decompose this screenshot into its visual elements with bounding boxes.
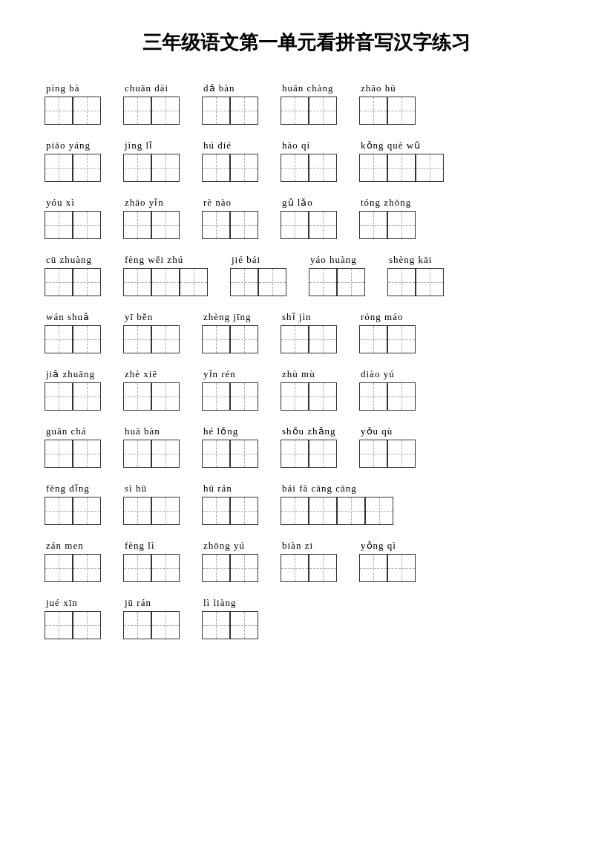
char-box[interactable] — [45, 440, 73, 468]
char-box[interactable] — [281, 382, 309, 411]
char-box[interactable] — [365, 497, 393, 525]
char-box[interactable] — [230, 382, 258, 411]
char-box[interactable] — [309, 211, 337, 239]
char-box[interactable] — [123, 382, 151, 411]
char-box[interactable] — [202, 440, 230, 468]
char-box[interactable] — [45, 382, 73, 411]
char-box[interactable] — [359, 325, 387, 353]
char-box[interactable] — [359, 154, 387, 182]
char-box[interactable] — [123, 611, 151, 639]
char-box[interactable] — [180, 268, 208, 296]
char-box[interactable] — [123, 440, 151, 468]
char-box[interactable] — [45, 154, 73, 182]
char-box[interactable] — [281, 154, 309, 182]
char-box[interactable] — [230, 154, 258, 182]
char-box[interactable] — [359, 382, 387, 411]
char-box[interactable] — [151, 611, 180, 639]
char-box[interactable] — [202, 97, 230, 125]
char-box[interactable] — [387, 382, 416, 411]
char-box[interactable] — [151, 268, 180, 296]
char-box[interactable] — [73, 497, 101, 525]
char-box[interactable] — [258, 268, 286, 296]
pinyin-label: fēng dǐng — [45, 483, 90, 495]
char-box[interactable] — [416, 154, 444, 182]
char-box[interactable] — [151, 497, 180, 525]
char-box[interactable] — [230, 497, 258, 525]
char-box[interactable] — [281, 440, 309, 468]
pinyin-item: tóng zhōng — [359, 197, 416, 239]
char-box[interactable] — [45, 97, 73, 125]
char-box[interactable] — [123, 154, 151, 182]
char-box[interactable] — [202, 497, 230, 525]
char-box[interactable] — [73, 97, 101, 125]
char-box[interactable] — [45, 554, 73, 582]
char-box[interactable] — [230, 211, 258, 239]
char-box[interactable] — [73, 554, 101, 582]
char-box[interactable] — [309, 268, 337, 296]
char-box[interactable] — [123, 268, 151, 296]
char-box[interactable] — [416, 268, 444, 296]
char-box[interactable] — [281, 554, 309, 582]
char-box[interactable] — [309, 554, 337, 582]
char-box[interactable] — [123, 554, 151, 582]
char-box[interactable] — [202, 611, 230, 639]
char-box[interactable] — [337, 497, 365, 525]
char-box[interactable] — [387, 554, 416, 582]
char-box[interactable] — [309, 154, 337, 182]
char-box[interactable] — [281, 211, 309, 239]
char-box[interactable] — [123, 211, 151, 239]
char-box[interactable] — [202, 382, 230, 411]
char-box[interactable] — [73, 382, 101, 411]
char-box[interactable] — [230, 611, 258, 639]
char-box[interactable] — [202, 325, 230, 353]
char-box[interactable] — [73, 268, 101, 296]
char-box[interactable] — [151, 382, 180, 411]
char-box[interactable] — [309, 440, 337, 468]
char-box[interactable] — [309, 497, 337, 525]
char-box[interactable] — [123, 97, 151, 125]
char-box[interactable] — [73, 325, 101, 353]
char-box[interactable] — [387, 325, 416, 353]
char-box[interactable] — [387, 268, 416, 296]
char-box[interactable] — [202, 154, 230, 182]
char-box[interactable] — [202, 554, 230, 582]
char-box[interactable] — [73, 611, 101, 639]
char-box[interactable] — [359, 97, 387, 125]
char-box[interactable] — [387, 97, 416, 125]
char-box[interactable] — [281, 97, 309, 125]
char-box[interactable] — [230, 97, 258, 125]
char-box[interactable] — [337, 268, 365, 296]
char-box[interactable] — [45, 325, 73, 353]
char-box[interactable] — [387, 211, 416, 239]
char-box[interactable] — [45, 497, 73, 525]
char-box[interactable] — [281, 325, 309, 353]
char-box[interactable] — [151, 211, 180, 239]
char-box[interactable] — [73, 154, 101, 182]
char-box[interactable] — [230, 554, 258, 582]
char-box[interactable] — [359, 554, 387, 582]
char-box[interactable] — [73, 211, 101, 239]
char-box[interactable] — [45, 211, 73, 239]
char-box[interactable] — [359, 211, 387, 239]
char-box[interactable] — [151, 97, 180, 125]
char-box[interactable] — [359, 440, 387, 468]
char-box[interactable] — [309, 97, 337, 125]
char-box[interactable] — [230, 268, 258, 296]
char-box[interactable] — [230, 440, 258, 468]
char-box[interactable] — [123, 497, 151, 525]
char-box[interactable] — [309, 325, 337, 353]
char-box[interactable] — [73, 440, 101, 468]
char-box[interactable] — [202, 211, 230, 239]
char-box[interactable] — [309, 382, 337, 411]
char-box[interactable] — [230, 325, 258, 353]
char-box[interactable] — [151, 554, 180, 582]
char-box[interactable] — [123, 325, 151, 353]
char-box[interactable] — [45, 611, 73, 639]
char-box[interactable] — [387, 440, 416, 468]
char-box[interactable] — [151, 325, 180, 353]
char-box[interactable] — [151, 154, 180, 182]
char-box[interactable] — [45, 268, 73, 296]
char-box[interactable] — [281, 497, 309, 525]
char-box[interactable] — [151, 440, 180, 468]
char-box[interactable] — [387, 154, 416, 182]
